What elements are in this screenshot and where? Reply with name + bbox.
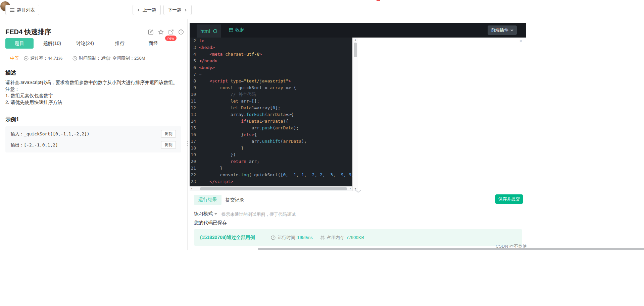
code-line: 15 arr.push(arrData); — [190, 125, 352, 131]
space-limit-label: 空间限制：256M — [112, 55, 145, 61]
line-number: 10 — [190, 91, 199, 98]
code-text: array.forEach(arrData=>{ — [199, 111, 294, 118]
close-icon[interactable]: × — [519, 38, 523, 45]
copy-output-button[interactable]: 复制 — [161, 141, 176, 149]
line-number: 12 — [190, 105, 199, 111]
code-text: } — [199, 165, 222, 172]
chevron-down-icon — [355, 190, 361, 193]
pass-rate: 通过率：44.71% — [24, 55, 62, 61]
line-number: 2 — [190, 38, 199, 44]
code-line: 17 arr.unshift(arrData); — [190, 138, 352, 145]
share-icon[interactable] — [168, 29, 174, 35]
code-line: 18 } — [190, 145, 352, 151]
code-text: <meta charset=utf-8> — [199, 51, 262, 58]
example-input-label: 输入： — [11, 131, 24, 137]
line-number: 22 — [190, 172, 199, 178]
chevron-down-icon — [510, 29, 513, 31]
code-text: </script> — [199, 178, 233, 185]
result-status: (151832708)通过全部用例 — [200, 235, 255, 241]
line-number: 13 — [190, 111, 199, 118]
star-icon[interactable] — [158, 29, 164, 35]
code-line: 14 if(Data1<arrData){ — [190, 118, 352, 125]
line-number: 17 — [190, 138, 199, 145]
panel-drag-handle[interactable] — [186, 138, 189, 148]
tab-submit-history[interactable]: 提交记录 — [226, 197, 244, 203]
run-result-box: (151832708)通过全部用例 运行时间 1959ms 占用内存 77900… — [194, 229, 522, 246]
tab-discussion[interactable]: 讨论(24) — [76, 41, 94, 47]
code-line: 4 <meta charset=utf-8> — [190, 51, 352, 58]
scroll-up-arrow-icon[interactable]: ▲ — [353, 39, 358, 41]
code-line: 20 return arr; — [190, 158, 352, 165]
app: 题目列表 上一题 下一题 FED4 快速排序 new 题目 题解(10) 讨论(… — [0, 0, 644, 306]
vertical-scroll-thumb[interactable] — [354, 43, 357, 57]
code-text: }else{ — [199, 131, 257, 138]
editor-horizontal-scrollbar[interactable]: ◂ ▸ — [190, 186, 352, 191]
next-problem-button[interactable]: 下一题 — [163, 5, 192, 15]
refresh-icon[interactable] — [213, 29, 217, 34]
page-title: FED4 快速排序 — [5, 27, 51, 37]
tab-interview[interactable]: 面经 — [149, 41, 158, 47]
description-line: 注意： — [5, 86, 182, 93]
code-lines: 2l>3<head>4 <meta charset=utf-8>5</head>… — [190, 38, 352, 191]
copy-input-button[interactable]: 复制 — [161, 130, 176, 138]
example-output-label: 输出： — [11, 142, 24, 148]
collapse-editor-chevron[interactable] — [354, 189, 362, 194]
edit-icon[interactable] — [148, 29, 154, 35]
editor-header: html 收起 前端插件 — [190, 23, 526, 38]
line-number: 11 — [190, 98, 199, 105]
line-number: 23 — [190, 178, 199, 185]
check-circle-icon — [24, 56, 29, 61]
chip-icon — [320, 235, 325, 240]
line-number: 21 — [190, 165, 199, 172]
runtime-value: 1959ms — [297, 235, 312, 240]
scroll-right-arrow-icon[interactable]: ▸ — [350, 187, 351, 190]
prev-problem-label: 上一题 — [143, 7, 156, 13]
code-editor[interactable]: 2l>3<head>4 <meta charset=utf-8>5</head>… — [190, 38, 352, 191]
language-tab[interactable]: html — [197, 24, 221, 38]
description-heading: 描述 — [5, 69, 16, 76]
code-text: let Data1=array[0]; — [199, 105, 281, 111]
clock-icon — [72, 56, 77, 61]
code-saved-message: 您的代码已保存 — [194, 220, 227, 226]
info-icon[interactable] — [178, 29, 184, 35]
example-input-row: 输入： _quickSort([0,-1,1,-2,2]) 复制 — [5, 128, 181, 139]
list-icon — [10, 8, 14, 12]
practice-mode-dropdown[interactable]: 练习模式 — [194, 211, 217, 217]
pass-rate-label: 通过率：44.71% — [30, 55, 62, 61]
window-icon — [229, 28, 233, 32]
save-submit-button[interactable]: 保存并提交 — [495, 194, 523, 204]
line-number: 5 — [190, 58, 199, 64]
clock-icon — [271, 235, 276, 240]
code-line: 23 </script> — [190, 178, 352, 185]
code-text: console.log(_quickSort([0, -1, 1, -2, 2,… — [199, 172, 352, 178]
practice-mode-hint: 提示未通过的测试用例，便于代码调试 — [221, 211, 296, 218]
tab-solutions[interactable]: 题解(10) — [43, 41, 61, 47]
prev-problem-button[interactable]: 上一题 — [133, 5, 161, 15]
collapse-editor-button[interactable]: 收起 — [229, 23, 245, 38]
language-label: html — [200, 28, 210, 34]
runtime-group: 运行时间 1959ms — [271, 235, 312, 241]
code-text: arr.unshift(arrData); — [199, 138, 307, 145]
code-line: 10 // 补全代码 — [190, 91, 352, 98]
tab-problem[interactable]: 题目 — [5, 38, 34, 49]
example-output: 输出： [-2,-1,0,1,2] — [11, 142, 58, 148]
editor-vertical-scrollbar[interactable]: ▲ ▼ — [352, 38, 358, 191]
horizontal-scroll-thumb[interactable] — [200, 187, 347, 190]
code-line: 19 }) — [190, 151, 352, 158]
scroll-left-arrow-icon[interactable]: ◂ — [191, 187, 192, 190]
next-problem-label: 下一题 — [168, 7, 182, 13]
code-line: 2l> — [190, 38, 352, 44]
chevron-right-icon — [184, 8, 187, 12]
description-line: 请补全JavaScript代码，要求将数组参数中的数字从小到大进行排序并返回该数… — [5, 79, 182, 86]
line-number: 16 — [190, 131, 199, 138]
code-text: // 补全代码 — [199, 91, 256, 98]
tab-run-result[interactable]: 运行结果 — [194, 195, 221, 205]
description-text: 请补全JavaScript代码，要求将数组参数中的数字从小到大进行排序并返回该数… — [5, 79, 182, 106]
caret-down-icon — [214, 213, 217, 215]
problem-list-button[interactable]: 题目列表 — [5, 5, 39, 15]
description-line: 1. 数组元素仅包含数字 — [5, 93, 182, 99]
tab-ranking[interactable]: 排行 — [115, 41, 125, 47]
frontend-plugin-button[interactable]: 前端插件 — [488, 25, 517, 35]
code-line: 12 let Data1=array[0]; — [190, 105, 352, 111]
runtime-label: 运行时间 — [278, 235, 295, 241]
